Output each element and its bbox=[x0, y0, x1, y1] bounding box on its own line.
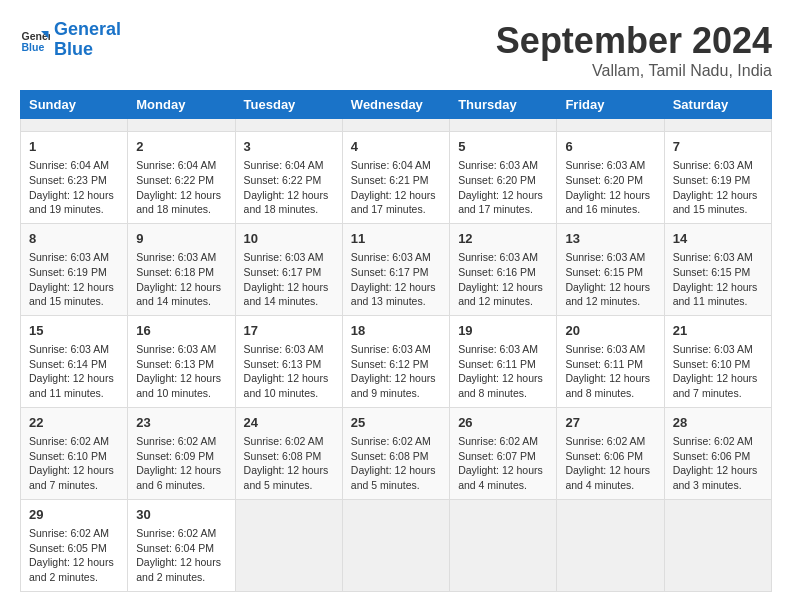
day-info: Sunrise: 6:03 AM Sunset: 6:15 PM Dayligh… bbox=[565, 250, 655, 309]
logo-icon: General Blue bbox=[20, 25, 50, 55]
calendar-cell: 29Sunrise: 6:02 AM Sunset: 6:05 PM Dayli… bbox=[21, 499, 128, 591]
page-header: General Blue GeneralBlue September 2024 … bbox=[20, 20, 772, 80]
day-number: 29 bbox=[29, 506, 119, 524]
day-number: 19 bbox=[458, 322, 548, 340]
calendar-cell: 18Sunrise: 6:03 AM Sunset: 6:12 PM Dayli… bbox=[342, 315, 449, 407]
calendar-cell bbox=[21, 119, 128, 132]
calendar-cell: 10Sunrise: 6:03 AM Sunset: 6:17 PM Dayli… bbox=[235, 223, 342, 315]
calendar-cell bbox=[664, 499, 771, 591]
calendar-cell bbox=[557, 499, 664, 591]
calendar-cell bbox=[128, 119, 235, 132]
logo: General Blue GeneralBlue bbox=[20, 20, 121, 60]
calendar-cell: 21Sunrise: 6:03 AM Sunset: 6:10 PM Dayli… bbox=[664, 315, 771, 407]
calendar-cell bbox=[664, 119, 771, 132]
calendar-cell bbox=[450, 119, 557, 132]
calendar-cell: 25Sunrise: 6:02 AM Sunset: 6:08 PM Dayli… bbox=[342, 407, 449, 499]
calendar-cell: 13Sunrise: 6:03 AM Sunset: 6:15 PM Dayli… bbox=[557, 223, 664, 315]
day-info: Sunrise: 6:03 AM Sunset: 6:17 PM Dayligh… bbox=[244, 250, 334, 309]
day-number: 21 bbox=[673, 322, 763, 340]
day-info: Sunrise: 6:02 AM Sunset: 6:06 PM Dayligh… bbox=[565, 434, 655, 493]
day-info: Sunrise: 6:03 AM Sunset: 6:12 PM Dayligh… bbox=[351, 342, 441, 401]
weekday-saturday: Saturday bbox=[664, 91, 771, 119]
day-info: Sunrise: 6:02 AM Sunset: 6:10 PM Dayligh… bbox=[29, 434, 119, 493]
day-info: Sunrise: 6:03 AM Sunset: 6:11 PM Dayligh… bbox=[565, 342, 655, 401]
calendar-cell bbox=[235, 499, 342, 591]
weekday-tuesday: Tuesday bbox=[235, 91, 342, 119]
day-info: Sunrise: 6:03 AM Sunset: 6:19 PM Dayligh… bbox=[29, 250, 119, 309]
calendar-header: SundayMondayTuesdayWednesdayThursdayFrid… bbox=[21, 91, 772, 119]
calendar-cell bbox=[342, 499, 449, 591]
calendar-cell: 28Sunrise: 6:02 AM Sunset: 6:06 PM Dayli… bbox=[664, 407, 771, 499]
calendar-cell: 17Sunrise: 6:03 AM Sunset: 6:13 PM Dayli… bbox=[235, 315, 342, 407]
day-info: Sunrise: 6:04 AM Sunset: 6:21 PM Dayligh… bbox=[351, 158, 441, 217]
calendar-cell: 7Sunrise: 6:03 AM Sunset: 6:19 PM Daylig… bbox=[664, 132, 771, 224]
day-info: Sunrise: 6:04 AM Sunset: 6:22 PM Dayligh… bbox=[244, 158, 334, 217]
day-number: 22 bbox=[29, 414, 119, 432]
day-number: 7 bbox=[673, 138, 763, 156]
day-info: Sunrise: 6:03 AM Sunset: 6:16 PM Dayligh… bbox=[458, 250, 548, 309]
day-number: 2 bbox=[136, 138, 226, 156]
day-number: 27 bbox=[565, 414, 655, 432]
day-info: Sunrise: 6:02 AM Sunset: 6:05 PM Dayligh… bbox=[29, 526, 119, 585]
day-number: 23 bbox=[136, 414, 226, 432]
calendar-cell: 3Sunrise: 6:04 AM Sunset: 6:22 PM Daylig… bbox=[235, 132, 342, 224]
calendar-table: SundayMondayTuesdayWednesdayThursdayFrid… bbox=[20, 90, 772, 592]
day-info: Sunrise: 6:03 AM Sunset: 6:20 PM Dayligh… bbox=[565, 158, 655, 217]
day-info: Sunrise: 6:03 AM Sunset: 6:15 PM Dayligh… bbox=[673, 250, 763, 309]
day-number: 4 bbox=[351, 138, 441, 156]
calendar-cell: 20Sunrise: 6:03 AM Sunset: 6:11 PM Dayli… bbox=[557, 315, 664, 407]
calendar-week-0 bbox=[21, 119, 772, 132]
day-number: 17 bbox=[244, 322, 334, 340]
calendar-cell bbox=[235, 119, 342, 132]
day-number: 16 bbox=[136, 322, 226, 340]
calendar-cell: 9Sunrise: 6:03 AM Sunset: 6:18 PM Daylig… bbox=[128, 223, 235, 315]
weekday-header-row: SundayMondayTuesdayWednesdayThursdayFrid… bbox=[21, 91, 772, 119]
day-info: Sunrise: 6:02 AM Sunset: 6:07 PM Dayligh… bbox=[458, 434, 548, 493]
day-number: 30 bbox=[136, 506, 226, 524]
weekday-thursday: Thursday bbox=[450, 91, 557, 119]
day-number: 6 bbox=[565, 138, 655, 156]
calendar-cell: 22Sunrise: 6:02 AM Sunset: 6:10 PM Dayli… bbox=[21, 407, 128, 499]
day-number: 3 bbox=[244, 138, 334, 156]
day-info: Sunrise: 6:02 AM Sunset: 6:06 PM Dayligh… bbox=[673, 434, 763, 493]
day-info: Sunrise: 6:02 AM Sunset: 6:08 PM Dayligh… bbox=[351, 434, 441, 493]
title-block: September 2024 Vallam, Tamil Nadu, India bbox=[496, 20, 772, 80]
day-number: 24 bbox=[244, 414, 334, 432]
calendar-cell: 19Sunrise: 6:03 AM Sunset: 6:11 PM Dayli… bbox=[450, 315, 557, 407]
location-subtitle: Vallam, Tamil Nadu, India bbox=[496, 62, 772, 80]
weekday-monday: Monday bbox=[128, 91, 235, 119]
day-number: 26 bbox=[458, 414, 548, 432]
calendar-body: 1Sunrise: 6:04 AM Sunset: 6:23 PM Daylig… bbox=[21, 119, 772, 592]
day-info: Sunrise: 6:03 AM Sunset: 6:13 PM Dayligh… bbox=[136, 342, 226, 401]
calendar-cell: 6Sunrise: 6:03 AM Sunset: 6:20 PM Daylig… bbox=[557, 132, 664, 224]
calendar-cell: 24Sunrise: 6:02 AM Sunset: 6:08 PM Dayli… bbox=[235, 407, 342, 499]
calendar-cell: 12Sunrise: 6:03 AM Sunset: 6:16 PM Dayli… bbox=[450, 223, 557, 315]
calendar-cell: 11Sunrise: 6:03 AM Sunset: 6:17 PM Dayli… bbox=[342, 223, 449, 315]
calendar-week-1: 1Sunrise: 6:04 AM Sunset: 6:23 PM Daylig… bbox=[21, 132, 772, 224]
day-number: 18 bbox=[351, 322, 441, 340]
day-info: Sunrise: 6:03 AM Sunset: 6:18 PM Dayligh… bbox=[136, 250, 226, 309]
calendar-cell: 26Sunrise: 6:02 AM Sunset: 6:07 PM Dayli… bbox=[450, 407, 557, 499]
calendar-cell: 16Sunrise: 6:03 AM Sunset: 6:13 PM Dayli… bbox=[128, 315, 235, 407]
calendar-cell bbox=[450, 499, 557, 591]
calendar-cell: 5Sunrise: 6:03 AM Sunset: 6:20 PM Daylig… bbox=[450, 132, 557, 224]
day-info: Sunrise: 6:02 AM Sunset: 6:04 PM Dayligh… bbox=[136, 526, 226, 585]
day-info: Sunrise: 6:04 AM Sunset: 6:22 PM Dayligh… bbox=[136, 158, 226, 217]
day-info: Sunrise: 6:03 AM Sunset: 6:13 PM Dayligh… bbox=[244, 342, 334, 401]
day-number: 11 bbox=[351, 230, 441, 248]
day-info: Sunrise: 6:02 AM Sunset: 6:08 PM Dayligh… bbox=[244, 434, 334, 493]
calendar-week-2: 8Sunrise: 6:03 AM Sunset: 6:19 PM Daylig… bbox=[21, 223, 772, 315]
calendar-cell bbox=[557, 119, 664, 132]
day-number: 8 bbox=[29, 230, 119, 248]
weekday-wednesday: Wednesday bbox=[342, 91, 449, 119]
calendar-cell: 27Sunrise: 6:02 AM Sunset: 6:06 PM Dayli… bbox=[557, 407, 664, 499]
day-info: Sunrise: 6:04 AM Sunset: 6:23 PM Dayligh… bbox=[29, 158, 119, 217]
calendar-week-5: 29Sunrise: 6:02 AM Sunset: 6:05 PM Dayli… bbox=[21, 499, 772, 591]
weekday-friday: Friday bbox=[557, 91, 664, 119]
day-number: 20 bbox=[565, 322, 655, 340]
svg-text:Blue: Blue bbox=[22, 40, 45, 52]
day-number: 25 bbox=[351, 414, 441, 432]
month-title: September 2024 bbox=[496, 20, 772, 62]
calendar-cell: 30Sunrise: 6:02 AM Sunset: 6:04 PM Dayli… bbox=[128, 499, 235, 591]
day-info: Sunrise: 6:03 AM Sunset: 6:10 PM Dayligh… bbox=[673, 342, 763, 401]
